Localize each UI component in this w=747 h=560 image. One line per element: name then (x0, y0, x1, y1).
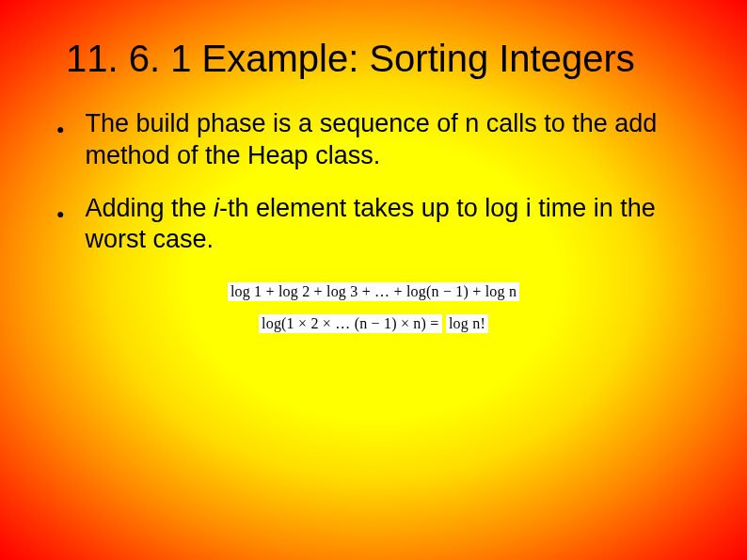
formula-line-2-right: log n! (446, 314, 488, 333)
slide-title: 11. 6. 1 Example: Sorting Integers (66, 38, 691, 80)
content-area: ● The build phase is a sequence of n cal… (56, 108, 691, 333)
formula-row: log 1 + log 2 + log 3 + … + log(n − 1) +… (56, 282, 691, 301)
formula-line-1: log 1 + log 2 + log 3 + … + log(n − 1) +… (228, 282, 519, 301)
text-fragment: Adding the (85, 194, 214, 222)
bullet-text: The build phase is a sequence of n calls… (85, 108, 691, 172)
bullet-icon: ● (56, 114, 64, 144)
slide: 11. 6. 1 Example: Sorting Integers ● The… (0, 0, 747, 560)
list-item: ● Adding the i-th element takes up to lo… (56, 193, 691, 257)
formula-line-2-left: log(1 × 2 × … (n − 1) × n) = (259, 314, 441, 333)
bullet-text: Adding the i-th element takes up to log … (85, 193, 691, 257)
formula-block: log 1 + log 2 + log 3 + … + log(n − 1) +… (56, 282, 691, 333)
formula-row: log(1 × 2 × … (n − 1) × n) = log n! (56, 314, 691, 333)
list-item: ● The build phase is a sequence of n cal… (56, 108, 691, 172)
bullet-icon: ● (56, 199, 64, 229)
text-fragment: The build phase is a sequence of n calls… (85, 109, 657, 169)
